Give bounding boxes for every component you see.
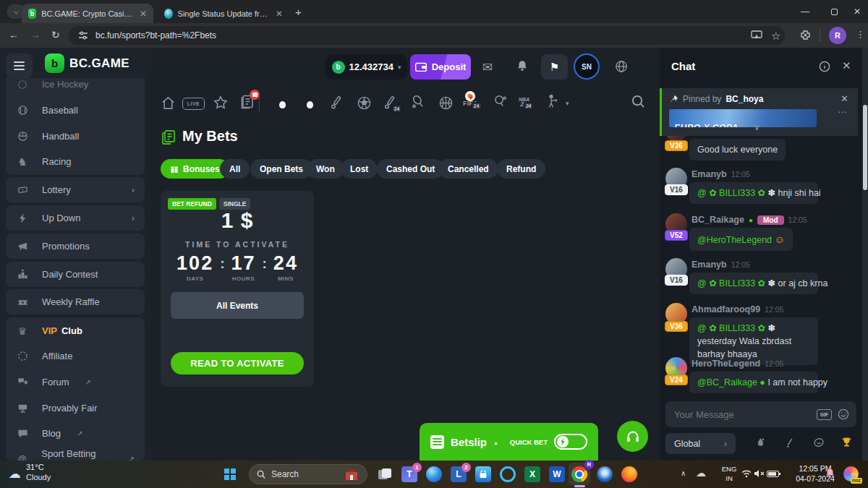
store-icon[interactable] [475,466,492,483]
sidebar-item-sport-betting-insight[interactable]: @ Sport Betting Insig ↗ [6,446,145,461]
cricket-icon[interactable] [330,95,344,110]
chrome-icon[interactable]: R [569,463,590,485]
username[interactable]: Ahmadfarooq99 [692,304,760,314]
tennis-icon[interactable] [411,94,427,110]
alexa-icon[interactable] [499,466,516,483]
all-events-button[interactable]: All Events [171,292,304,319]
soccer-icon[interactable] [357,95,372,111]
window-minimize-button[interactable]: — [790,0,820,23]
tab-refund[interactable]: Refund [497,159,545,179]
volume-muted-icon[interactable] [754,469,765,478]
new-tab-button[interactable]: + [295,6,302,18]
forward-icon[interactable]: → [30,29,41,40]
chevron-down-icon[interactable]: ∨ [754,122,760,132]
support-button[interactable] [617,421,648,452]
username[interactable]: Emanyb [692,260,727,270]
chat-room-selector[interactable]: Global › [665,433,736,454]
sidebar-item-handball[interactable]: Handball [6,124,145,149]
sidebar-item-forum[interactable]: Forum ↗ [6,369,145,395]
notification-bell-icon[interactable] [825,468,835,479]
linkedin-icon[interactable]: L 2 [450,466,467,483]
counter-strike-icon[interactable] [545,94,559,110]
browser-tab-2[interactable]: Single Status Update from 07/0 ✕ [158,4,289,23]
user-avatar[interactable]: SN [574,53,600,80]
username[interactable]: Emanyb [692,169,727,179]
sidebar-item-vip-club[interactable]: ♛ VIP Club [6,318,145,343]
rain-drop-icon[interactable] [755,437,766,448]
clock[interactable]: 12:05 PM 04-07-2024 [786,463,845,484]
betslip-bar[interactable]: Betslip ▲ QUICK BET [420,423,598,461]
tab-lost[interactable]: Lost [341,159,378,179]
scrollbar-thumb[interactable] [863,105,867,190]
cricket-24-icon[interactable]: 24 [383,95,398,110]
bcgame-logo-text[interactable]: BC.GAME [69,56,129,71]
sports-news-flag-button[interactable]: ⚑ [541,54,568,80]
send-to-device-icon[interactable] [751,30,762,40]
teams-icon[interactable]: T 1 [401,466,418,483]
onedrive-cloud-icon[interactable]: ☁ [696,467,706,479]
edge-icon[interactable] [425,466,443,483]
username[interactable]: BC_Raikage [692,215,744,225]
window-close-button[interactable]: ✕ [842,0,868,23]
task-view-icon[interactable] [376,466,393,483]
home-icon[interactable] [161,95,176,111]
sidebar-item-up-down[interactable]: Up Down › [6,205,145,231]
table-tennis-icon[interactable] [493,94,508,109]
coin-drop-icon[interactable] [813,437,825,448]
camera-app-icon[interactable] [596,466,613,483]
globe-language-icon[interactable] [615,60,628,73]
wifi-icon[interactable] [741,468,752,479]
weather-temperature[interactable]: 31°C [26,463,44,471]
sidebar-item-daily-contest[interactable]: Daily Contest [6,262,145,287]
username[interactable]: HeroTheLegend [692,359,760,369]
quick-bet-toggle[interactable] [554,434,587,450]
tray-expand-icon[interactable]: ∧ [681,469,686,477]
close-icon[interactable]: ✕ [842,59,851,72]
gif-icon[interactable]: GIF [817,409,832,420]
weather-condition[interactable]: Cloudy [26,473,51,481]
balance-selector[interactable]: b 12.432734 ▾ [326,54,407,80]
more-icon[interactable]: ⋯ [838,107,846,117]
chevron-down-icon[interactable]: ▾ [566,100,569,107]
trophy-icon[interactable] [841,437,853,448]
battery-icon[interactable] [767,471,779,477]
back-icon[interactable]: ← [9,29,19,40]
nba2k-icon[interactable]: NBA2K 24 [519,97,529,107]
deposit-button[interactable]: Deposit [410,54,471,80]
pinned-close-icon[interactable]: ✕ [841,93,848,104]
sidebar-item-provably-fair[interactable]: Provably Fair [6,395,145,421]
tab-close-icon[interactable]: ✕ [140,9,147,19]
tab-bonuses[interactable]: Bonuses [161,159,229,179]
cloud-weather-icon[interactable]: ☁ [9,466,21,481]
info-icon[interactable] [819,61,830,72]
sidebar-item-racing[interactable]: ♞ Racing [6,149,145,174]
excel-icon[interactable]: X [524,466,541,483]
search-icon[interactable] [631,94,646,109]
live-icon[interactable]: LIVE [182,98,205,110]
tab-cancelled[interactable]: Cancelled [438,159,498,179]
read-to-activate-button[interactable]: READ TO ACTIVATE [171,352,304,374]
betslip-list-icon[interactable] [240,94,255,110]
chat-message-input[interactable] [665,409,817,420]
tab-won[interactable]: Won [307,159,344,179]
sidebar-item-baseball[interactable]: Baseball [6,98,145,123]
basketball-icon[interactable] [438,95,454,111]
tab-cashed-out[interactable]: Cashed Out [377,159,444,179]
bookmark-star-icon[interactable]: ☆ [771,30,780,43]
tab-open-bets[interactable]: Open Bets [250,159,312,179]
word-icon[interactable]: W [548,466,566,483]
start-button[interactable] [224,468,236,480]
sidebar-item-promotions[interactable]: Promotions [6,234,145,259]
browser-menu-icon[interactable]: ⋮ [856,29,865,40]
reload-icon[interactable]: ↻ [51,29,60,40]
firefox-icon[interactable] [621,466,638,483]
favorites-star-icon[interactable] [213,95,229,111]
bell-icon[interactable] [516,59,529,73]
browser-profile-avatar[interactable]: R [829,27,846,44]
tab-close-icon[interactable]: ✕ [276,9,283,19]
language-indicator[interactable]: ENGIN [718,464,740,483]
site-settings-icon[interactable] [78,30,88,40]
pinned-banner[interactable]: EURO X COPA [669,109,817,127]
sidebar-item-affiliate[interactable]: Affiliate [6,343,145,369]
url-bar[interactable]: bc.fun/sports?bt-path=%2Fbets [69,26,785,45]
